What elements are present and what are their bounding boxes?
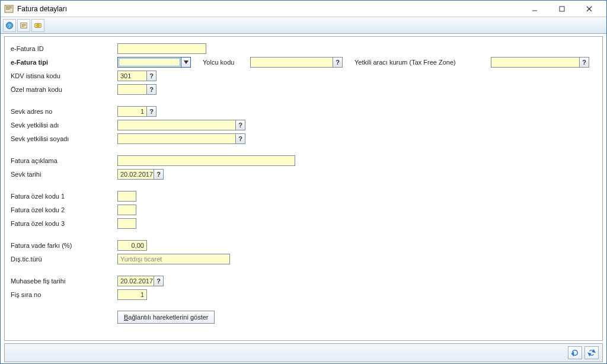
- invoice-details-window: Fatura detayları ? e-Fatura ID: [0, 0, 607, 364]
- window-buttons: [521, 2, 603, 15]
- label-fatura-vade-farki: Fatura vade farkı (%): [11, 242, 117, 249]
- efatura-id-input[interactable]: [117, 43, 206, 54]
- yetkili-araci-input[interactable]: ?: [491, 57, 589, 68]
- label-sevk-yetkilisi-adi: Sevk yetkilisi adı: [11, 122, 117, 129]
- svg-text:?: ?: [8, 23, 11, 28]
- svg-point-15: [37, 24, 39, 26]
- yolcu-kodu-input[interactable]: ?: [250, 57, 343, 68]
- fatura-aciklama-input[interactable]: [117, 155, 295, 166]
- footer: [4, 343, 603, 362]
- label-sevk-adres-no: Sevk adres no: [11, 108, 117, 115]
- lookup-icon[interactable]: ?: [580, 57, 589, 68]
- sevk-adres-no-input[interactable]: 1 ?: [117, 106, 156, 117]
- toolbar-currency-button[interactable]: [31, 19, 44, 32]
- label-sevk-tarihi: Sevk tarihi: [11, 171, 117, 178]
- dis-tic-turu-value: Yurtdışı ticaret: [117, 254, 230, 264]
- close-button[interactable]: [576, 2, 603, 15]
- fatura-vade-farki-input[interactable]: 0,00: [117, 240, 147, 251]
- svg-marker-17: [572, 353, 574, 355]
- lookup-icon[interactable]: ?: [147, 106, 156, 117]
- app-icon: [4, 4, 14, 14]
- label-kdv-istisna: KDV istisna kodu: [11, 72, 117, 79]
- lookup-icon[interactable]: ?: [333, 57, 343, 68]
- sevk-yetkilisi-soyadi-input[interactable]: ?: [117, 133, 245, 144]
- label-fatura-ozel-2: Fatura özel kodu 2: [11, 206, 117, 213]
- kdv-istisna-input[interactable]: 301 ?: [117, 71, 156, 81]
- content: e-Fatura ID e-Fatura tipi Yolcu kodu ? Y…: [1, 34, 606, 363]
- lookup-icon[interactable]: ?: [236, 120, 245, 130]
- fatura-ozel-1-input[interactable]: [117, 191, 136, 202]
- lookup-icon[interactable]: ?: [236, 133, 245, 144]
- maximize-button[interactable]: [548, 2, 576, 15]
- label-dis-tic-turu: Dış.tic.türü: [11, 256, 117, 263]
- label-efatura-id: e-Fatura ID: [11, 45, 117, 52]
- efatura-tipi-select[interactable]: [117, 57, 191, 68]
- sync-button[interactable]: [584, 346, 599, 359]
- label-ozel-matrah: Özel matrah kodu: [11, 86, 117, 93]
- svg-rect-5: [560, 7, 564, 11]
- titlebar: Fatura detayları: [1, 1, 606, 17]
- minimize-button[interactable]: [521, 2, 548, 15]
- form-panel: e-Fatura ID e-Fatura tipi Yolcu kodu ? Y…: [4, 36, 603, 341]
- lookup-icon[interactable]: ?: [154, 276, 164, 286]
- fatura-ozel-2-input[interactable]: [117, 205, 136, 215]
- svg-rect-3: [6, 9, 10, 9]
- refresh-button[interactable]: [568, 346, 582, 359]
- fis-sira-no-input[interactable]: 1: [117, 289, 147, 300]
- toolbar-ledger-button[interactable]: [17, 19, 30, 32]
- sevk-tarihi-input[interactable]: 20.02.2017 ?: [117, 169, 164, 180]
- label-fatura-aciklama: Fatura açıklama: [11, 157, 117, 164]
- label-fis-sira-no: Fiş sıra no: [11, 291, 117, 298]
- label-yolcu-kodu: Yolcu kodu: [203, 59, 250, 66]
- label-sevk-yetkilisi-soyadi: Sevk yetkilisi soyadı: [11, 135, 117, 142]
- toolbar-help-button[interactable]: ?: [3, 19, 16, 32]
- svg-rect-2: [6, 8, 12, 8]
- chevron-down-icon: [181, 57, 191, 68]
- label-fatura-ozel-1: Fatura özel kodu 1: [11, 193, 117, 200]
- svg-marker-18: [593, 350, 595, 353]
- label-efatura-tipi: e-Fatura tipi: [11, 59, 117, 66]
- lookup-icon[interactable]: ?: [147, 84, 156, 95]
- lookup-icon[interactable]: ?: [154, 169, 164, 180]
- muhasebe-fis-tarihi-input[interactable]: 20.02.2017 ?: [117, 276, 164, 286]
- svg-marker-16: [184, 60, 189, 64]
- toolbar: ?: [1, 17, 606, 34]
- window-title: Fatura detayları: [17, 5, 521, 13]
- ozel-matrah-input[interactable]: ?: [117, 84, 156, 95]
- svg-marker-19: [589, 353, 591, 356]
- svg-rect-1: [6, 7, 12, 7]
- label-fatura-ozel-3: Fatura özel kodu 3: [11, 220, 117, 227]
- sevk-yetkilisi-adi-input[interactable]: ?: [117, 120, 245, 130]
- linked-movements-button[interactable]: Bağlantılı hareketlerini göster: [117, 311, 215, 324]
- label-muhasebe-fis-tarihi: Muhasebe fiş tarihi: [11, 277, 117, 285]
- fatura-ozel-3-input[interactable]: [117, 218, 136, 229]
- lookup-icon[interactable]: ?: [147, 71, 156, 81]
- label-yetkili-araci: Yetkili aracı kurum (Tax Free Zone): [354, 59, 491, 66]
